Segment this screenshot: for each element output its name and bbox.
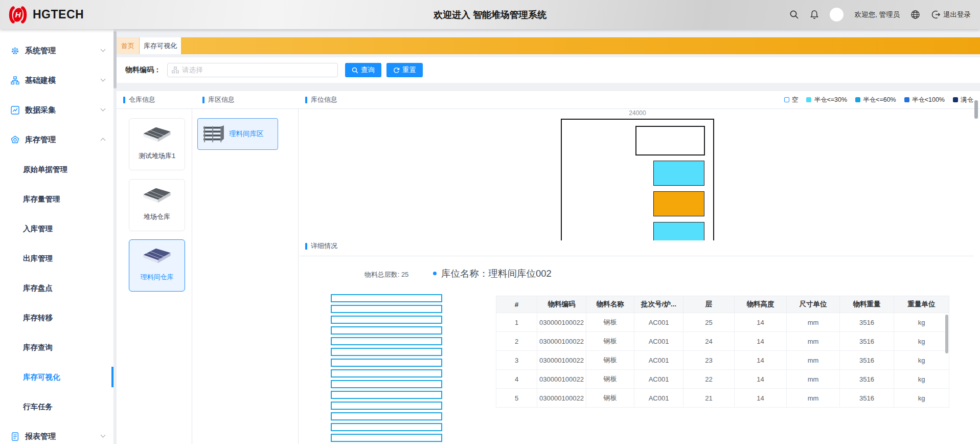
table-cell: 14 (735, 351, 787, 370)
table-header-cell: 物料名称 (586, 296, 634, 313)
query-button-label: 查询 (361, 65, 375, 75)
sidebar-item-inventory-management[interactable]: 库存管理 (0, 125, 113, 154)
warehouse-card-test-yard-1[interactable]: 测试堆场库1 (129, 118, 185, 170)
table-cell: 030000100022 (537, 370, 586, 389)
table-cell: 2 (496, 332, 537, 351)
table-cell: 030000100022 (537, 332, 586, 351)
app-header: H HGTECH 欢迎进入 智能堆场管理系统 欢迎您, 管理员 (0, 0, 980, 29)
slot-box-half30[interactable] (653, 222, 704, 240)
warehouse-card-label: 堆场仓库 (144, 212, 170, 221)
sidebar-item-label: 基础建模 (25, 76, 56, 85)
slot-box-empty[interactable] (635, 126, 705, 156)
sidebar-item-basic-modeling[interactable]: 基础建模 (0, 65, 113, 95)
sidebar-item-crane-task[interactable]: 行车任务 (0, 392, 113, 421)
sidebar-item-system-management[interactable]: 系统管理 (0, 36, 113, 65)
sidebar-item-outbound[interactable]: 出库管理 (0, 243, 113, 273)
stack-layer (331, 391, 442, 399)
brand-logo[interactable]: H HGTECH (7, 6, 84, 24)
warehouse-card-liliao-room[interactable]: 理料间仓库 (129, 239, 185, 292)
sidebar-item-label: 行车任务 (23, 402, 53, 412)
table-cell: 21 (683, 389, 735, 408)
legend-label: 满仓 (961, 96, 973, 104)
chevron-down-icon (101, 433, 106, 438)
warehouse-card-yard-warehouse[interactable]: 堆场仓库 (129, 179, 185, 231)
table-cell: kg (894, 370, 949, 389)
tab-home[interactable]: 首页 (117, 37, 139, 54)
sidebar-scrollbar[interactable] (113, 29, 117, 444)
brand-name: HGTECH (33, 8, 84, 21)
area-card-liliao[interactable]: 理料间库区 (197, 118, 278, 150)
logout-button[interactable]: 退出登录 (931, 10, 971, 19)
stack-layer (331, 305, 442, 313)
table-cell: 钢板 (586, 332, 634, 351)
stack-layer (331, 359, 442, 367)
table-cell: mm (787, 332, 840, 351)
sidebar-item-inbound[interactable]: 入库管理 (0, 214, 113, 243)
slot-box-half30[interactable] (653, 161, 704, 186)
chevron-down-icon (101, 77, 106, 82)
legend-swatch (784, 97, 789, 102)
sidebar-item-report-management[interactable]: 报表管理 (0, 421, 113, 444)
table-cell: kg (894, 389, 949, 408)
globe-icon[interactable] (910, 10, 920, 19)
material-code-select[interactable]: 请选择 (167, 63, 338, 77)
table-cell: mm (787, 351, 840, 370)
panel-scrollbar-thumb[interactable] (974, 100, 978, 119)
legend-swatch (806, 97, 811, 102)
user-greeting: 欢迎您, 管理员 (854, 10, 900, 19)
sidebar-item-stock-visualization[interactable]: 库存可视化 (0, 362, 113, 392)
sidebar-menu: 系统管理基础建模数据采集库存管理原始单据管理库存量管理入库管理出库管理库存盘点库… (0, 29, 113, 444)
query-button[interactable]: 查询 (345, 63, 381, 77)
table-cell: kg (894, 332, 949, 351)
gear-icon (11, 47, 19, 55)
stack-layer (331, 434, 442, 442)
avatar[interactable] (830, 8, 844, 21)
stack-layer (331, 337, 442, 345)
sidebar-item-label: 库存量管理 (23, 194, 60, 204)
sidebar-item-label: 库存查询 (23, 343, 53, 352)
table-cell: mm (787, 389, 840, 408)
logout-label: 退出登录 (943, 10, 971, 19)
sidebar-item-stock-query[interactable]: 库存查询 (0, 332, 113, 362)
table-cell: 3516 (840, 313, 894, 332)
table-cell: 030000100022 (537, 389, 586, 408)
table-header-row: #物料编码物料名称批次号/炉...层物料高度尺寸单位物料重量重量单位 (496, 296, 949, 313)
bell-icon[interactable] (810, 10, 819, 19)
slot-outline (561, 119, 714, 240)
table-cell: kg (894, 351, 949, 370)
refresh-icon (393, 67, 400, 74)
tab-inventory-visualization[interactable]: 库存可视化 (140, 37, 181, 54)
panel-header-divider (117, 108, 980, 109)
detail-divider (300, 256, 974, 256)
table-scrollbar-thumb[interactable] (945, 315, 948, 353)
table-cell: 24 (683, 332, 735, 351)
table-header-cell: 物料高度 (735, 296, 787, 313)
logout-icon (931, 10, 941, 19)
reset-button[interactable]: 重置 (386, 63, 423, 77)
stack-layer (331, 348, 442, 356)
table-cell: 钢板 (586, 389, 634, 408)
table-cell: 14 (735, 313, 787, 332)
title-bar-accent (305, 243, 307, 250)
sidebar-item-stocktaking[interactable]: 库存盘点 (0, 273, 113, 303)
search-icon-small (352, 67, 358, 74)
warehouse-card-label: 理料间仓库 (141, 273, 174, 282)
sidebar-item-stock-transfer[interactable]: 库存转移 (0, 303, 113, 332)
table-cell: 23 (683, 351, 735, 370)
slot-name-title: 库位名称：理料间库位002 (433, 267, 552, 280)
slot-dimension-label: 24000 (561, 109, 714, 117)
title-bar-accent (305, 97, 307, 103)
slot-box-highlighted[interactable] (653, 191, 704, 216)
table-cell: AC001 (634, 370, 683, 389)
table-row: 1030000100022钢板AC0012514mm3516kg (496, 313, 949, 332)
table-cell: mm (787, 370, 840, 389)
sidebar-item-data-collection[interactable]: 数据采集 (0, 95, 113, 125)
sidebar-item-stock-quantity[interactable]: 库存量管理 (0, 184, 113, 214)
tabbar: 首页 库存可视化 (117, 37, 980, 54)
select-grid-icon (172, 66, 179, 74)
search-icon[interactable] (789, 10, 799, 19)
svg-text:H: H (15, 10, 21, 19)
sidebar-item-original-documents[interactable]: 原始单据管理 (0, 154, 113, 184)
stack-layer (331, 294, 442, 302)
sidebar-scrollbar-thumb[interactable] (113, 31, 117, 88)
